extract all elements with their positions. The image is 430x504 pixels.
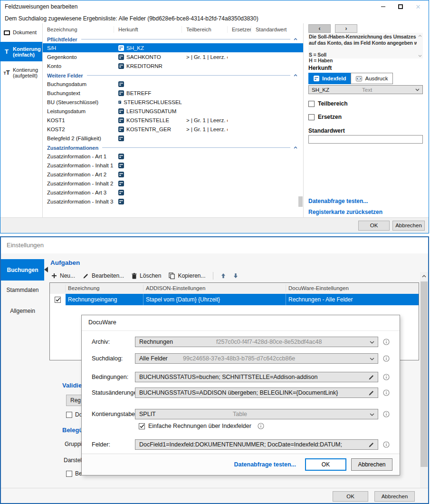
ausdruck-toggle[interactable]: Ausdruck bbox=[351, 73, 393, 84]
suchdialog-dropdown[interactable]: Alle Felder99c24658-37e3-48b3-b785-d7c64… bbox=[135, 353, 378, 364]
pencil-icon[interactable] bbox=[368, 374, 374, 380]
field-row-zusatzinformation-art-1[interactable]: Zusatzinformation - Art 1 bbox=[43, 152, 303, 161]
checkbox-box bbox=[308, 114, 315, 120]
ersetzen-checkbox[interactable]: Ersetzen bbox=[308, 114, 342, 120]
sidebar-item-label: Kontierung (aufgeteilt) bbox=[13, 67, 38, 78]
field-row-bu-steuerschlüssel[interactable]: BU (Steuerschlüssel)STEUERSCHLUESSEL bbox=[43, 97, 303, 107]
field-row-kost1[interactable]: KOST1KOSTENSTELLE> | Gr. 1 | Leerz. entf… bbox=[43, 116, 303, 125]
field-row-zusatzinformation-art-2[interactable]: Zusatzinformation - Art 2 bbox=[43, 170, 303, 179]
einfache-rechnungen-über-indexfelder-checkbox[interactable]: Einfache Rechnungen über Indexfelder bbox=[139, 423, 264, 429]
pencil-icon[interactable] bbox=[368, 390, 374, 396]
close-icon[interactable]: ✕ bbox=[412, 2, 424, 11]
field-row-konto[interactable]: KontoKREDITORNR bbox=[43, 61, 303, 70]
tab-buchungen[interactable]: Buchungen bbox=[1, 259, 44, 281]
test-data-query-link[interactable]: Datenabfrage testen... bbox=[234, 461, 296, 468]
sidebar-item-dokument[interactable]: Dokument bbox=[0, 25, 42, 40]
statusänderungen-edit-field[interactable]: BUCHUNGSSTATUS=ADDISON übergeben; BELEGL… bbox=[135, 388, 378, 398]
move-up-button[interactable] bbox=[221, 273, 226, 279]
ok-button[interactable]: OK bbox=[358, 221, 390, 231]
cancel-button[interactable]: Abbrechen bbox=[374, 491, 415, 502]
scroll-down-icon[interactable] bbox=[418, 55, 422, 57]
assigned-result-list-text: Dem Suchdialog zugewiesene Ergebnisliste… bbox=[5, 15, 258, 22]
cancel-button[interactable]: Abbrechen bbox=[392, 221, 425, 231]
scroll-up-icon[interactable] bbox=[420, 272, 428, 280]
next-field-button[interactable]: › bbox=[335, 24, 357, 33]
scroll-up-icon[interactable] bbox=[418, 35, 422, 37]
column-header[interactable]: Standardwert bbox=[251, 26, 303, 33]
archiv-dropdown[interactable]: Rechnungenf257c0c0-f4f7-428d-80ce-8e52bd… bbox=[135, 337, 378, 347]
field-row-leistungsdatum[interactable]: LeistungsdatumLEISTUNGSDATUM bbox=[43, 107, 303, 116]
reset-tab-link[interactable]: Registerkarte zurücksetzen bbox=[308, 209, 382, 215]
copy-button[interactable]: Kopieren... bbox=[169, 272, 205, 279]
field-row-buchungstext[interactable]: BuchungstextBETREFF bbox=[43, 88, 303, 97]
vertical-scrollbar[interactable] bbox=[420, 272, 428, 502]
move-down-button[interactable] bbox=[233, 273, 238, 279]
cancel-button[interactable]: Abbrechen bbox=[351, 458, 392, 471]
new-button[interactable]: Neu... bbox=[51, 272, 75, 279]
delete-button[interactable]: Löschen bbox=[132, 272, 161, 279]
field-row-buchungsdatum[interactable]: Buchungsdatum bbox=[43, 79, 303, 88]
herkunft-label: Herkunft bbox=[308, 65, 332, 71]
field-row-kost2[interactable]: KOST2KOSTENTR_GER> | Gr. 1 | Leerz. entf… bbox=[43, 125, 303, 134]
desktop: Feldzuweisungen bearbeiten ✕ Dem Suchdia… bbox=[0, 0, 430, 504]
indexfeld-toggle[interactable]: Indexfeld bbox=[308, 73, 351, 84]
field-group-header[interactable]: Pflichtfelder bbox=[43, 35, 303, 43]
field-row-gegenkonto[interactable]: GegenkontoSACHKONTO> | Gr. 1 | Leerz. en… bbox=[43, 52, 303, 61]
previous-field-button[interactable]: ‹ bbox=[308, 24, 331, 33]
minimize-icon[interactable] bbox=[377, 2, 389, 11]
task-toolbar: Neu... Bearbeiten... Löschen Kopieren... bbox=[51, 271, 238, 281]
edit-button[interactable]: Bearbeiten... bbox=[83, 272, 124, 279]
column-header[interactable]: ADDISON-Einstellungen bbox=[143, 285, 286, 292]
field-hint: f257c0c0-f4f7-428d-80ce-8e52bdf4ac48 bbox=[216, 339, 322, 345]
info-icon bbox=[258, 423, 264, 429]
field-row-belegfeld-2-fälligkeit[interactable]: Belegfeld 2 (Fälligkeit) bbox=[43, 134, 303, 143]
field-group-header[interactable]: Weitere Felder bbox=[43, 71, 303, 79]
column-header[interactable]: Teilbereich bbox=[182, 26, 228, 33]
maximize-icon[interactable] bbox=[395, 2, 406, 11]
ok-button[interactable]: OK bbox=[305, 458, 346, 471]
tab-stammdaten[interactable]: Stammdaten bbox=[1, 283, 44, 297]
window-feldzuweisungen: Feldzuweisungen bearbeiten ✕ Dem Suchdia… bbox=[0, 0, 429, 233]
modal-row-felder: Felder:DocField1=Indexfeld:DOKUMENTENNUM… bbox=[82, 439, 400, 450]
column-header[interactable]: Bezeichnung bbox=[43, 26, 114, 33]
bedingungen-edit-field[interactable]: BUCHUNGSSTATUS=buchen; SCHNITTSTELLE=Add… bbox=[135, 372, 378, 382]
collapse-icon[interactable] bbox=[294, 38, 297, 40]
modal-row-kontierungstabelle: Kontierungstabelle:SPLITTable bbox=[82, 409, 400, 419]
table-scrollbar-thumb[interactable] bbox=[298, 196, 303, 207]
standardwert-input[interactable] bbox=[308, 135, 423, 144]
collapse-icon[interactable] bbox=[294, 74, 297, 77]
field-row-zusatzinformation-inhalt-2[interactable]: Zusatzinformation - Inhalt 2 bbox=[43, 179, 303, 188]
tab-allgemein[interactable]: Allgemein bbox=[1, 304, 44, 318]
regeln-button[interactable]: Reg bbox=[66, 395, 82, 406]
field-icon bbox=[118, 163, 124, 168]
dok-checkbox[interactable]: Dok bbox=[66, 411, 82, 418]
sidebar-item-kontierung-einfach[interactable]: T Kontierung (einfach) bbox=[0, 42, 42, 61]
field-row-zusatzinformation-art-3[interactable]: Zusatzinformation - Art 3 bbox=[43, 188, 303, 197]
kontierungstabelle-dropdown[interactable]: SPLITTable bbox=[135, 409, 378, 419]
field-icon bbox=[118, 181, 124, 186]
table-row[interactable]: Rechnungseingang Stapel vom {Datum} {Uhr… bbox=[50, 294, 419, 305]
field-group-header[interactable]: Zusatzinformationen bbox=[43, 144, 303, 152]
index-field-dropdown[interactable]: SH_KZ Text bbox=[308, 85, 423, 94]
bein-checkbox[interactable]: Bein bbox=[66, 470, 82, 477]
ok-button[interactable]: OK bbox=[333, 491, 368, 502]
collapse-icon[interactable] bbox=[294, 146, 297, 149]
chevron-down-icon bbox=[370, 413, 374, 416]
column-header[interactable]: DocuWare-Einstellungen bbox=[286, 285, 419, 292]
column-header[interactable]: Herkunft bbox=[114, 26, 182, 33]
field-icon bbox=[118, 54, 124, 60]
task-enabled-checkbox[interactable] bbox=[50, 294, 66, 305]
field-label: Bedingungen: bbox=[92, 374, 128, 380]
field-row-s-h[interactable]: S/HSH_KZ bbox=[43, 43, 303, 52]
column-header[interactable]: Bezeichnung bbox=[66, 285, 143, 292]
column-header[interactable]: Ersetzen bbox=[228, 26, 251, 33]
scrollbar-thumb[interactable] bbox=[420, 281, 428, 467]
field-row-zusatzinformation-inhalt-1[interactable]: Zusatzinformation - Inhalt 1 bbox=[43, 161, 303, 170]
field-row-zusatzinformation-inhalt-3[interactable]: Zusatzinformation - Inhalt 3 bbox=[43, 197, 303, 206]
test-data-query-link[interactable]: Datenabfrage testen... bbox=[308, 198, 368, 204]
sidebar-item-kontierung-aufgeteilt[interactable]: TT Kontierung (aufgeteilt) bbox=[0, 63, 42, 82]
pencil-icon[interactable] bbox=[368, 442, 374, 448]
teilbereich-checkbox[interactable]: Teilbereich bbox=[308, 100, 347, 107]
checkbox-box bbox=[66, 412, 72, 418]
felder-edit-field[interactable]: DocField1=Indexfeld:DOKUMENTENNUMMER; Do… bbox=[135, 439, 378, 450]
